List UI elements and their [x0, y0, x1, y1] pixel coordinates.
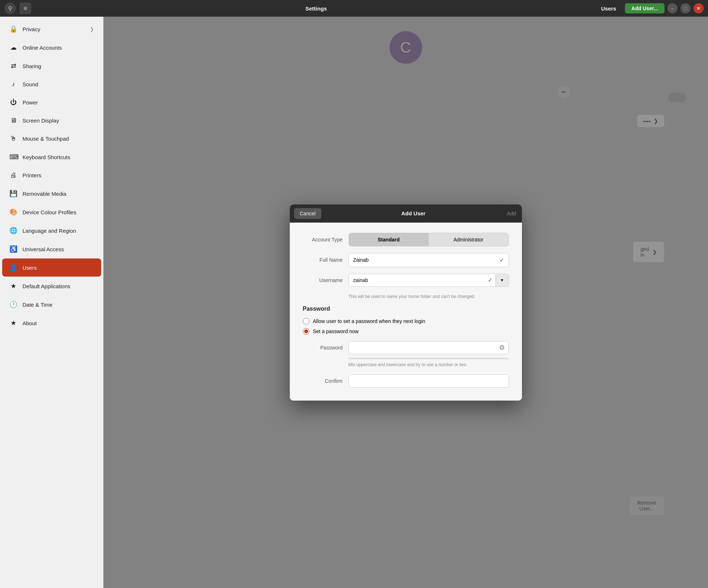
chevron-icon: ❯ [90, 26, 94, 32]
account-type-row: Account Type Standard Administrator [303, 233, 509, 247]
username-row: Username ✓ ▾ [303, 274, 509, 287]
strength-segment-3 [413, 358, 444, 359]
sidebar-item-screen-display[interactable]: 🖥 Screen Display [2, 112, 101, 129]
administrator-account-button[interactable]: Administrator [429, 233, 509, 246]
sidebar-item-device-colour-profiles[interactable]: 🎨 Device Colour Profiles [2, 203, 101, 221]
password-row: Password ⚙ [303, 341, 509, 354]
password-label: Password [303, 345, 343, 351]
dialog-body: Account Type Standard Administrator Full… [290, 223, 522, 401]
dialog-cancel-button[interactable]: Cancel [294, 208, 322, 219]
main-layout: 🔒 Privacy ❯ ☁ Online Accounts ⇄ Sharing … [0, 17, 708, 588]
default-apps-icon: ★ [9, 282, 17, 290]
sidebar: 🔒 Privacy ❯ ☁ Online Accounts ⇄ Sharing … [0, 17, 103, 588]
date-time-icon: 🕐 [9, 301, 17, 309]
sharing-icon: ⇄ [9, 62, 17, 70]
password-hint: Mix uppercase and lowercase and try to u… [349, 361, 509, 368]
search-icon: ⚲ [8, 5, 12, 12]
password-strength-bar [349, 358, 509, 359]
sidebar-item-label: Mouse & Touchpad [22, 136, 69, 142]
sidebar-item-sharing[interactable]: ⇄ Sharing [2, 57, 101, 75]
password-section-title: Password [303, 306, 509, 312]
sidebar-item-printers[interactable]: 🖨 Printers [2, 166, 101, 184]
full-name-input[interactable] [353, 257, 497, 263]
radio-allow-row[interactable]: Allow user to set a password when they n… [303, 318, 509, 324]
add-user-button[interactable]: Add User... [625, 3, 664, 13]
password-input-wrap: ⚙ [349, 341, 509, 354]
radio-allow-input[interactable] [303, 318, 309, 324]
password-gear-icon[interactable]: ⚙ [499, 344, 505, 352]
radio-allow-label: Allow user to set a password when they n… [313, 318, 425, 324]
page-title: Users [601, 5, 616, 12]
sidebar-item-label: Privacy [22, 26, 40, 32]
sidebar-item-label: Language and Region [22, 228, 76, 234]
sidebar-item-users[interactable]: 👤 Users [2, 258, 101, 277]
sidebar-item-label: Sound [22, 81, 38, 87]
username-input[interactable] [349, 274, 485, 286]
screen-display-icon: 🖥 [9, 117, 17, 124]
confirm-row: Confirm [303, 374, 509, 388]
users-icon: 👤 [9, 264, 17, 272]
account-type-label: Account Type [303, 237, 343, 243]
sidebar-item-removable-media[interactable]: 💾 Removable Media [2, 185, 101, 203]
sidebar-item-power[interactable]: ⏻ Power [2, 94, 101, 111]
sidebar-item-universal-access[interactable]: ♿ Universal Access [2, 240, 101, 258]
language-icon: 🌐 [9, 227, 17, 235]
add-user-dialog: Cancel Add User Add Account Type Standar… [290, 204, 522, 401]
sidebar-item-online-accounts[interactable]: ☁ Online Accounts [2, 38, 101, 57]
printers-icon: 🖨 [9, 171, 17, 179]
privacy-icon: 🔒 [9, 25, 17, 33]
mouse-icon: 🖱 [9, 135, 17, 142]
sidebar-item-label: Keyboard Shortcuts [22, 154, 70, 160]
app-title: Settings [31, 5, 601, 12]
maximize-button[interactable]: □ [680, 3, 691, 13]
sound-icon: ♪ [9, 80, 17, 88]
standard-account-button[interactable]: Standard [349, 233, 429, 246]
full-name-row: Full Name ✓ [303, 253, 509, 267]
sidebar-item-label: Universal Access [22, 246, 64, 252]
menu-button[interactable]: ≡ [20, 3, 31, 14]
sidebar-item-label: Default Applications [22, 283, 70, 289]
sidebar-item-language-region[interactable]: 🌐 Language and Region [2, 221, 101, 240]
keyboard-icon: ⌨ [9, 153, 17, 161]
dialog-header: Cancel Add User Add [290, 204, 522, 223]
minimize-button[interactable]: – [667, 3, 678, 13]
sidebar-item-label: Users [22, 265, 37, 271]
sidebar-item-default-applications[interactable]: ★ Default Applications [2, 277, 101, 295]
username-check-icon: ✓ [485, 277, 495, 283]
radio-set-input[interactable] [303, 328, 309, 335]
sidebar-item-mouse-touchpad[interactable]: 🖱 Mouse & Touchpad [2, 130, 101, 148]
sidebar-item-privacy[interactable]: 🔒 Privacy ❯ [2, 20, 101, 38]
dialog-add-button[interactable]: Add [507, 211, 516, 216]
sidebar-item-about[interactable]: ★ About [2, 314, 101, 332]
username-label: Username [303, 277, 343, 283]
power-icon: ⏻ [9, 99, 17, 106]
account-type-group: Standard Administrator [349, 233, 509, 247]
full-name-input-wrap: ✓ [349, 253, 509, 267]
titlebar: ⚲ ≡ Settings Users Add User... – □ ✕ [0, 0, 708, 17]
confirm-input[interactable] [349, 374, 509, 388]
search-button[interactable]: ⚲ [4, 3, 16, 14]
titlebar-right: Users Add User... – □ ✕ [601, 3, 704, 13]
colour-profiles-icon: 🎨 [9, 208, 17, 216]
sidebar-item-label: Sharing [22, 63, 41, 69]
sidebar-item-label: Removable Media [22, 191, 66, 197]
close-button[interactable]: ✕ [693, 3, 704, 13]
full-name-label: Full Name [303, 257, 343, 263]
confirm-label: Confirm [303, 378, 343, 384]
sidebar-item-label: About [22, 320, 37, 326]
sidebar-item-sound[interactable]: ♪ Sound [2, 75, 101, 93]
sidebar-item-label: Device Colour Profiles [22, 209, 76, 215]
full-name-check-icon: ✓ [499, 257, 504, 264]
sidebar-item-keyboard-shortcuts[interactable]: ⌨ Keyboard Shortcuts [2, 148, 101, 166]
radio-set-label: Set a password now [313, 328, 359, 334]
sidebar-item-date-time[interactable]: 🕐 Date & Time [2, 295, 101, 314]
online-accounts-icon: ☁ [9, 44, 17, 51]
username-dropdown-button[interactable]: ▾ [495, 274, 509, 286]
username-hint: This will be used to name your home fold… [349, 293, 509, 300]
password-input[interactable] [353, 341, 499, 354]
sidebar-item-label: Screen Display [22, 117, 59, 124]
strength-segment-5 [477, 358, 509, 359]
about-icon: ★ [9, 319, 17, 327]
removable-media-icon: 💾 [9, 190, 17, 198]
radio-set-row[interactable]: Set a password now [303, 328, 509, 335]
